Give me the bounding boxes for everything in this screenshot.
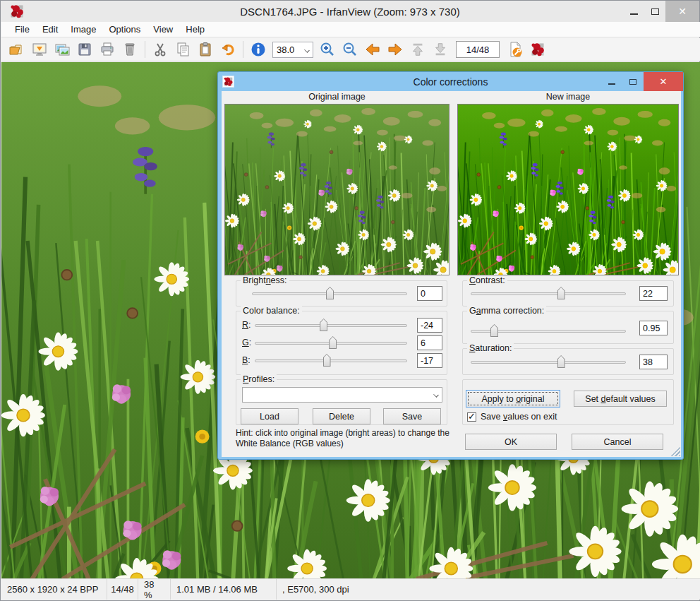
brightness-label: Brightness: [241, 275, 289, 285]
zoom-combobox[interactable] [272, 42, 313, 58]
blue-value-input[interactable] [417, 353, 442, 368]
title-bar: DSCN1764.JPG - IrfanView (Zoom: 973 x 73… [1, 1, 699, 22]
zoom-out-button[interactable] [339, 39, 361, 60]
menu-options[interactable]: Options [103, 23, 147, 36]
profiles-combobox[interactable] [242, 387, 442, 403]
undo-arrow-icon [219, 41, 236, 58]
minimize-button[interactable] [623, 1, 644, 22]
maximize-button[interactable] [644, 1, 665, 22]
zoom-out-icon [342, 41, 358, 58]
chevron-down-icon[interactable] [304, 47, 310, 53]
cancel-button[interactable]: Cancel [572, 434, 663, 450]
contrast-value-input[interactable] [639, 286, 668, 301]
blue-slider-track[interactable] [255, 359, 407, 362]
delete-button[interactable] [119, 39, 141, 60]
paste-clipboard-icon [197, 41, 214, 58]
save-values-checkbox-row[interactable]: ✓ Save values on exit [467, 412, 557, 422]
saturation-slider-track[interactable] [471, 361, 626, 364]
save-button[interactable] [73, 39, 96, 60]
dialog-minimize-button[interactable] [601, 72, 622, 91]
menu-image[interactable]: Image [64, 23, 102, 36]
green-value-input[interactable] [417, 335, 442, 350]
slideshow-icon [31, 41, 48, 58]
page-wrench-icon [507, 41, 524, 58]
menu-file[interactable]: File [8, 23, 36, 36]
info-button[interactable] [247, 39, 270, 60]
copy-button[interactable] [171, 39, 194, 60]
brightness-slider-thumb[interactable] [326, 287, 334, 299]
dialog-close-button[interactable]: ✕ [644, 72, 683, 91]
red-slider-track[interactable] [255, 324, 407, 327]
saturation-slider[interactable] [471, 355, 626, 368]
brightness-slider[interactable] [252, 287, 407, 299]
apply-to-original-button[interactable]: Apply to original [466, 390, 560, 407]
menu-edit[interactable]: Edit [36, 23, 64, 36]
profiles-group: Profiles: Load Delete Save [236, 379, 447, 425]
color-corrections-dialog: Color corrections ✕ Original image New i… [217, 71, 684, 460]
dialog-irfanview-icon [222, 76, 234, 88]
saturation-value-input[interactable] [639, 355, 668, 369]
close-button[interactable]: ✕ [665, 1, 699, 22]
gamma-slider-thumb[interactable] [490, 324, 498, 337]
green-slider-thumb[interactable] [329, 336, 337, 349]
ok-button[interactable]: OK [465, 434, 557, 450]
previous-image-button[interactable] [361, 39, 384, 60]
info-icon [250, 41, 267, 58]
delete-button[interactable]: Delete [313, 408, 370, 424]
status-camera-dpi: , E5700, 300 dpi [277, 579, 355, 600]
slideshow-button[interactable] [28, 39, 51, 60]
thumbnails-button[interactable] [51, 39, 73, 60]
brightness-value-input[interactable] [417, 286, 442, 301]
menu-view[interactable]: View [147, 23, 179, 36]
load-button[interactable]: Load [241, 408, 298, 424]
arrow-down-bar-icon [433, 41, 448, 58]
arrow-up-bar-icon [410, 41, 426, 58]
menu-help[interactable]: Help [179, 23, 211, 36]
next-image-button[interactable] [384, 39, 406, 60]
contrast-slider-track[interactable] [471, 292, 626, 295]
first-image-button[interactable] [406, 39, 429, 60]
red-value-input[interactable] [417, 318, 442, 333]
arrow-left-icon [364, 41, 381, 58]
page-number-input[interactable] [457, 42, 499, 57]
new-image-label: New image [457, 92, 679, 102]
saturation-slider-thumb[interactable] [557, 355, 565, 368]
jpg-operations-button[interactable] [504, 39, 526, 60]
set-default-values-button[interactable]: Set default values [574, 391, 667, 407]
print-button[interactable] [96, 39, 119, 60]
irfanview-window: DSCN1764.JPG - IrfanView (Zoom: 973 x 73… [0, 0, 700, 601]
undo-button[interactable] [217, 39, 239, 60]
toolbar [1, 38, 700, 61]
gamma-slider[interactable] [471, 324, 626, 337]
original-image-preview[interactable] [224, 104, 449, 275]
blue-slider-thumb[interactable] [323, 354, 331, 367]
cut-button[interactable] [149, 39, 171, 60]
arrow-right-icon [387, 41, 404, 58]
open-button[interactable] [6, 39, 28, 60]
color-balance-label: Color balance: [241, 306, 302, 316]
blue-slider[interactable] [255, 354, 407, 367]
last-image-button[interactable] [429, 39, 452, 60]
contrast-slider[interactable] [471, 287, 626, 299]
save-button[interactable]: Save [383, 408, 441, 424]
toolbar-separator [145, 41, 145, 58]
gamma-value-input[interactable] [639, 321, 668, 335]
about-irfanview-button[interactable] [526, 39, 549, 60]
checkbox-checked-icon[interactable]: ✓ [467, 412, 476, 422]
chevron-down-icon[interactable] [433, 392, 439, 398]
gamma-group: Gamma correction: [462, 311, 674, 344]
page-number-box[interactable] [456, 41, 500, 58]
contrast-slider-thumb[interactable] [557, 287, 565, 299]
copy-icon [174, 41, 191, 58]
dialog-maximize-button[interactable] [622, 72, 644, 91]
zoom-in-button[interactable] [316, 39, 339, 60]
paste-button[interactable] [194, 39, 217, 60]
zoom-value-input[interactable] [273, 42, 300, 57]
red-slider[interactable] [255, 319, 407, 331]
red-slider-thumb[interactable] [320, 319, 327, 331]
dialog-title-bar[interactable]: Color corrections ✕ [218, 72, 683, 91]
green-slider[interactable] [255, 336, 407, 349]
resize-grip[interactable] [670, 446, 680, 456]
zoom-in-icon [319, 41, 336, 58]
color-balance-group: Color balance: R: G: B: [236, 311, 447, 375]
